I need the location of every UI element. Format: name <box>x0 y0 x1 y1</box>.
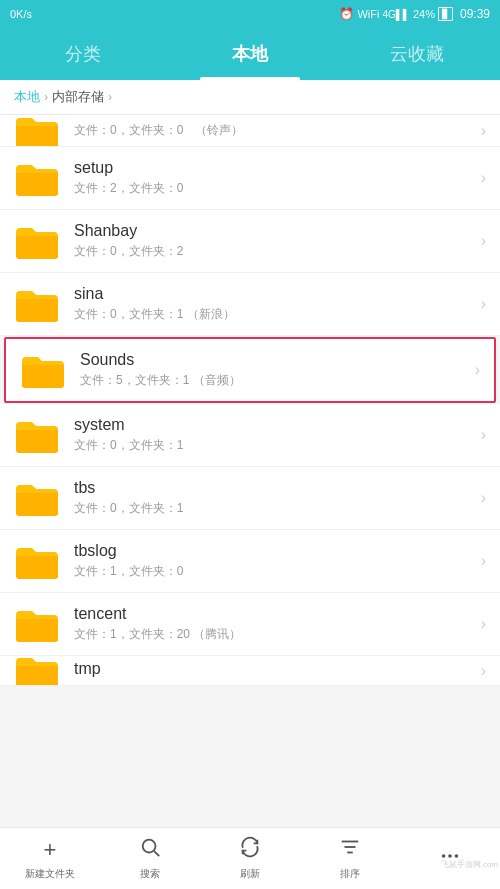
tab-cloud-label: 云收藏 <box>390 42 444 66</box>
svg-point-6 <box>448 854 452 858</box>
folder-icon <box>14 115 60 147</box>
list-item-sounds[interactable]: Sounds 文件：5，文件夹：1 （音频） › <box>4 337 496 403</box>
watermark: 飞鼠手游网.com <box>441 859 498 870</box>
list-item[interactable]: tmp › <box>0 656 500 686</box>
chevron-icon: › <box>475 361 480 379</box>
refresh-label: 刷新 <box>240 867 260 881</box>
file-info: sina 文件：0，文件夹：1 （新浪） <box>74 285 473 323</box>
file-info: tmp <box>74 660 473 681</box>
svg-point-0 <box>143 840 156 853</box>
wifi-icon: WiFi <box>357 8 379 20</box>
file-info: tencent 文件：1，文件夹：20 （腾讯） <box>74 605 473 643</box>
main-content: 本地 › 内部存储 › 文件：0，文件夹：0 （铃声） › <box>0 80 500 827</box>
new-folder-label: 新建文件夹 <box>25 867 75 881</box>
breadcrumb-current: 内部存储 <box>52 88 104 106</box>
chevron-icon: › <box>481 169 486 187</box>
list-item[interactable]: tbs 文件：0，文件夹：1 › <box>0 467 500 530</box>
file-meta: 文件：0，文件夹：2 <box>74 243 473 260</box>
file-list: 文件：0，文件夹：0 （铃声） › setup 文件：2，文件夹：0 › <box>0 115 500 827</box>
file-info: setup 文件：2，文件夹：0 <box>74 159 473 197</box>
signal-icon: 4G▌▌ <box>382 9 410 20</box>
refresh-icon <box>239 836 261 863</box>
sort-label: 排序 <box>340 867 360 881</box>
folder-icon <box>14 605 60 643</box>
file-name: tbslog <box>74 542 473 560</box>
file-meta: 文件：1，文件夹：0 <box>74 563 473 580</box>
breadcrumb-sep-2: › <box>108 90 112 104</box>
file-info: tbslog 文件：1，文件夹：0 <box>74 542 473 580</box>
file-name: tencent <box>74 605 473 623</box>
list-item[interactable]: tencent 文件：1，文件夹：20 （腾讯） › <box>0 593 500 656</box>
file-name: tbs <box>74 479 473 497</box>
list-item[interactable]: tbslog 文件：1，文件夹：0 › <box>0 530 500 593</box>
file-meta: 文件：0，文件夹：1 <box>74 500 473 517</box>
folder-icon <box>14 159 60 197</box>
file-info: Shanbay 文件：0，文件夹：2 <box>74 222 473 260</box>
file-info: Sounds 文件：5，文件夹：1 （音频） <box>80 351 467 389</box>
file-info: tbs 文件：0，文件夹：1 <box>74 479 473 517</box>
sort-icon <box>339 836 361 863</box>
clock-icon: ⏰ <box>339 7 354 21</box>
chevron-icon: › <box>481 122 486 140</box>
file-meta: 文件：0，文件夹：1 （新浪） <box>74 306 473 323</box>
file-meta: 文件：2，文件夹：0 <box>74 180 473 197</box>
list-item[interactable]: sina 文件：0，文件夹：1 （新浪） › <box>0 273 500 336</box>
folder-icon <box>14 285 60 323</box>
chevron-icon: › <box>481 662 486 680</box>
chevron-icon: › <box>481 295 486 313</box>
sort-button[interactable]: 排序 <box>300 836 400 881</box>
chevron-icon: › <box>481 615 486 633</box>
chevron-icon: › <box>481 489 486 507</box>
new-folder-button[interactable]: + 新建文件夹 <box>0 837 100 881</box>
folder-icon <box>14 479 60 517</box>
list-item[interactable]: 文件：0，文件夹：0 （铃声） › <box>0 115 500 147</box>
folder-icon <box>14 416 60 454</box>
svg-point-5 <box>442 854 446 858</box>
folder-icon <box>14 222 60 260</box>
breadcrumb-sep-1: › <box>44 90 48 104</box>
tab-bar: 分类 本地 云收藏 <box>0 28 500 80</box>
file-name: Shanbay <box>74 222 473 240</box>
plus-icon: + <box>44 837 57 863</box>
chevron-icon: › <box>481 232 486 250</box>
list-item[interactable]: Shanbay 文件：0，文件夹：2 › <box>0 210 500 273</box>
more-button[interactable]: 飞鼠手游网.com <box>400 845 500 872</box>
refresh-button[interactable]: 刷新 <box>200 836 300 881</box>
file-meta: 文件：0，文件夹：0 （铃声） <box>74 122 473 139</box>
search-label: 搜索 <box>140 867 160 881</box>
bottom-nav: + 新建文件夹 搜索 刷新 <box>0 827 500 889</box>
status-bar: 0K/s ⏰ WiFi 4G▌▌ 24% ▊ 09:39 <box>0 0 500 28</box>
chevron-icon: › <box>481 552 486 570</box>
list-item[interactable]: setup 文件：2，文件夹：0 › <box>0 147 500 210</box>
file-info: system 文件：0，文件夹：1 <box>74 416 473 454</box>
chevron-icon: › <box>481 426 486 444</box>
file-info: 文件：0，文件夹：0 （铃声） <box>74 122 473 139</box>
breadcrumb-root[interactable]: 本地 <box>14 88 40 106</box>
network-speed: 0K/s <box>10 8 32 20</box>
folder-icon <box>20 351 66 389</box>
tab-cloud[interactable]: 云收藏 <box>333 28 500 80</box>
tab-categories-label: 分类 <box>65 42 101 66</box>
svg-line-1 <box>154 851 159 856</box>
status-icons: ⏰ WiFi 4G▌▌ 24% ▊ 09:39 <box>339 7 490 21</box>
breadcrumb: 本地 › 内部存储 › <box>0 80 500 115</box>
file-name: sina <box>74 285 473 303</box>
file-meta: 文件：1，文件夹：20 （腾讯） <box>74 626 473 643</box>
battery-icon: ▊ <box>438 7 453 21</box>
list-item[interactable]: system 文件：0，文件夹：1 › <box>0 404 500 467</box>
tab-categories[interactable]: 分类 <box>0 28 167 80</box>
time-display: 09:39 <box>460 7 490 21</box>
folder-icon <box>14 656 60 686</box>
status-speed: 0K/s <box>10 8 335 20</box>
search-button[interactable]: 搜索 <box>100 836 200 881</box>
file-name: setup <box>74 159 473 177</box>
file-meta: 文件：0，文件夹：1 <box>74 437 473 454</box>
file-name: tmp <box>74 660 473 678</box>
search-icon <box>139 836 161 863</box>
file-name: Sounds <box>80 351 467 369</box>
tab-local[interactable]: 本地 <box>167 28 334 80</box>
svg-point-7 <box>455 854 459 858</box>
file-meta: 文件：5，文件夹：1 （音频） <box>80 372 467 389</box>
file-name: system <box>74 416 473 434</box>
tab-local-label: 本地 <box>232 42 268 66</box>
